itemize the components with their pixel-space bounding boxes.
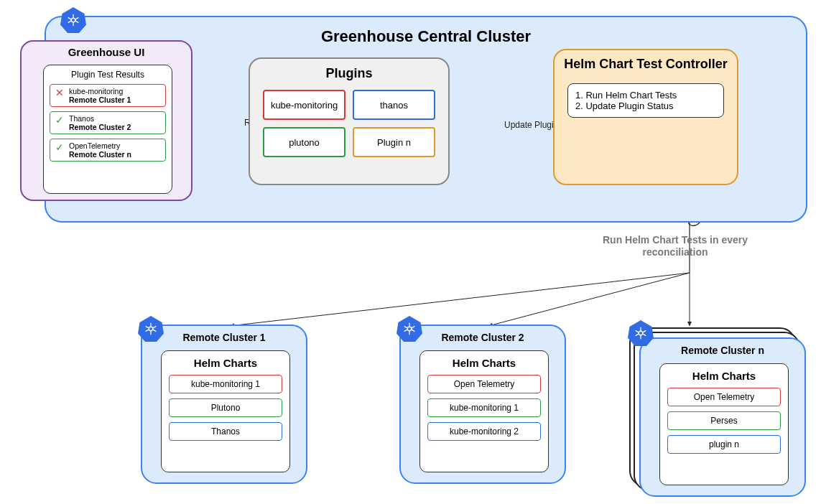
remote-cluster-title: Remote Cluster n <box>641 345 804 356</box>
helm-chart-item: kube-monitoring 1 <box>169 375 282 393</box>
svg-point-6 <box>71 18 75 22</box>
helm-chart-item: plugin n <box>667 435 781 454</box>
test-result-text: ThanosRemote Cluster 2 <box>69 114 131 131</box>
kubernetes-icon <box>138 316 164 342</box>
test-result-item: ✕ kube-monitoringRemote Cluster 1 <box>50 84 166 107</box>
remote-cluster-title: Remote Cluster 1 <box>142 332 306 343</box>
remote-cluster-n: Remote Cluster n Helm Charts Open Teleme… <box>639 337 806 497</box>
test-result-item: ✓ OpenTelemetryRemote Cluster n <box>50 139 166 162</box>
greenhouse-ui-panel: Greenhouse UI Plugin Test Results ✕ kube… <box>20 40 193 201</box>
svg-line-4 <box>488 273 690 326</box>
plugins-title: Plugins <box>250 66 448 81</box>
helm-charts-box: Helm Charts Open Telemetry Perses plugin… <box>659 363 789 485</box>
controller-step: 2. Update Plugin Status <box>575 101 716 111</box>
remote-cluster-2: Remote Cluster 2 Helm Charts Open Teleme… <box>399 325 566 484</box>
svg-point-7 <box>149 327 153 331</box>
plugins-panel: Plugins kube-monitoring thanos plutono P… <box>249 57 450 185</box>
plugin-box: thanos <box>353 90 435 120</box>
helm-chart-item: kube-monitoring 2 <box>427 422 541 441</box>
controller-panel: Helm Chart Test Controller 1. Run Helm C… <box>553 49 738 185</box>
svg-point-9 <box>639 331 643 335</box>
remote-cluster-1: Remote Cluster 1 Helm Charts kube-monito… <box>141 325 307 484</box>
kubernetes-icon <box>628 320 654 346</box>
controller-title: Helm Chart Test Controller <box>555 57 737 72</box>
svg-point-8 <box>407 327 412 331</box>
helm-chart-item: Plutono <box>169 398 282 417</box>
svg-line-3 <box>230 273 690 326</box>
helm-chart-item: Open Telemetry <box>667 388 781 406</box>
helm-chart-item: Open Telemetry <box>427 375 541 393</box>
controller-step: 1. Run Helm Chart Tests <box>575 90 716 101</box>
helm-charts-box: Helm Charts Open Telemetry kube-monitori… <box>419 350 549 472</box>
plugin-box: Plugin n <box>353 127 435 157</box>
helm-chart-item: kube-monitoring 1 <box>427 398 541 417</box>
greenhouse-ui-title: Greenhouse UI <box>22 46 191 58</box>
helm-chart-item: Thanos <box>169 422 282 441</box>
kubernetes-icon <box>396 316 422 342</box>
ok-icon: ✓ <box>53 114 66 126</box>
helm-chart-item: Perses <box>667 411 781 430</box>
helm-charts-title: Helm Charts <box>169 357 282 369</box>
fail-icon: ✕ <box>53 87 66 98</box>
test-result-text: OpenTelemetryRemote Cluster n <box>69 141 131 159</box>
plugin-test-results-title: Plugin Test Results <box>50 70 166 80</box>
plugin-box: plutono <box>263 127 345 157</box>
kubernetes-icon <box>60 7 86 33</box>
remote-cluster-title: Remote Cluster 2 <box>401 332 565 343</box>
controller-steps: 1. Run Helm Chart Tests 2. Update Plugin… <box>567 83 724 118</box>
plugin-box: kube-monitoring <box>263 90 345 120</box>
ok-icon: ✓ <box>53 141 66 153</box>
reconcile-label: Run Helm Chart Tests in every reconcilia… <box>596 234 754 258</box>
test-result-text: kube-monitoringRemote Cluster 1 <box>69 87 131 104</box>
test-result-item: ✓ ThanosRemote Cluster 2 <box>50 111 166 134</box>
helm-charts-box: Helm Charts kube-monitoring 1 Plutono Th… <box>161 350 290 472</box>
helm-charts-title: Helm Charts <box>667 370 781 382</box>
helm-charts-title: Helm Charts <box>427 357 541 369</box>
plugin-test-results-box: Plugin Test Results ✕ kube-monitoringRem… <box>43 65 172 194</box>
